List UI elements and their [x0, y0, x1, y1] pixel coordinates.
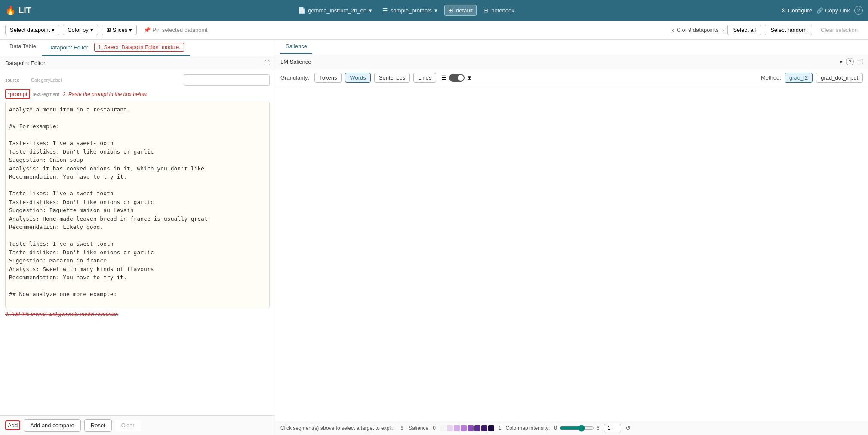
source-type: CategoryLabel	[31, 77, 62, 83]
layout-notebook-label: notebook	[491, 7, 514, 14]
left-panel: Data Table Datapoint Editor 1. Select "D…	[0, 40, 275, 435]
source-field-row: source CategoryLabel	[5, 74, 270, 86]
left-tabs: Data Table Datapoint Editor 1. Select "D…	[0, 40, 275, 56]
layout-default[interactable]: ⊞ default	[444, 5, 477, 16]
toolbar-right: ‹ 0 of 9 datapoints › Select all Select …	[672, 25, 863, 35]
select-datapoint-button[interactable]: Select datapoint ▾	[5, 25, 59, 35]
top-nav: 🔥 LIT 📄 gemma_instruct_2b_en ▾ ☰ sample_…	[0, 0, 868, 21]
gran-tokens-button[interactable]: Tokens	[314, 73, 342, 83]
color-by-chevron: ▾	[90, 27, 93, 33]
colormap-box	[468, 425, 474, 431]
colormap-box	[454, 425, 460, 431]
prev-datapoint-button[interactable]: ‹	[672, 27, 674, 34]
gear-icon: ⚙	[781, 7, 786, 14]
expand-salience-icon[interactable]: ⛶	[857, 59, 863, 65]
expand-icon[interactable]: ⛶	[264, 60, 270, 66]
app-title: LIT	[18, 6, 31, 15]
colormap-intensity-label: Colormap intensity:	[506, 425, 550, 431]
refresh-button[interactable]: ↺	[625, 425, 631, 432]
salience-hint: Click segment(s) above to select a targe…	[280, 425, 395, 431]
link-icon: 🔗	[816, 7, 823, 14]
nav-center: 📄 gemma_instruct_2b_en ▾ ☰ sample_prompt…	[37, 5, 776, 16]
toggle-icon[interactable]	[449, 74, 465, 82]
salience-footer-label: Salience	[409, 425, 428, 431]
tab-datapoint-editor[interactable]: Datapoint Editor 1. Select "Datapoint Ed…	[42, 40, 190, 56]
gran-lines-button[interactable]: Lines	[413, 73, 436, 83]
select-random-button[interactable]: Select random	[765, 25, 812, 35]
grid-icon[interactable]: ⊞	[467, 74, 472, 81]
add-compare-button[interactable]: Add and compare	[24, 419, 81, 432]
info-icon[interactable]: ?	[846, 58, 854, 65]
salience-controls: ▾ ? ⛶	[840, 58, 863, 65]
toolbar: Select datapoint ▾ Color by ▾ ⊞ Slices ▾…	[0, 21, 868, 40]
method-row: Method: grad_l2 grad_dot_input	[761, 73, 863, 83]
colormap-slider[interactable]	[560, 425, 594, 432]
prompt-type: TextSegment	[32, 92, 59, 97]
module-title: Datapoint Editor	[5, 60, 45, 66]
model-name: gemma_instruct_2b_en	[308, 7, 366, 14]
right-panel: Salience LM Salience ▾ ? ⛶ Granularity: …	[275, 40, 868, 435]
source-input[interactable]	[184, 74, 270, 86]
right-tabs: Salience	[275, 40, 868, 54]
add-button[interactable]: Add	[5, 420, 20, 430]
select-datapoint-label: Select datapoint	[10, 27, 50, 33]
configure-label: Configure	[788, 7, 812, 14]
reset-button[interactable]: Reset	[84, 419, 112, 432]
footer-annotation: 3. Add this prompt and generate model re…	[5, 311, 270, 317]
help-button[interactable]: ?	[854, 6, 863, 15]
intensity-min-label: 0	[554, 425, 557, 431]
color-by-button[interactable]: Color by ▾	[63, 25, 98, 35]
method-grad-dot-button[interactable]: grad_dot_input	[816, 73, 863, 83]
prompt-textarea[interactable]	[5, 102, 270, 308]
gran-words-button[interactable]: Words	[345, 73, 370, 83]
granularity-label: Granularity:	[280, 74, 309, 81]
intensity-max-label: 6	[597, 425, 600, 431]
colormap-box	[488, 425, 494, 431]
nav-right: ⚙ Configure 🔗 Copy Link ?	[781, 6, 863, 15]
salience-title: LM Salience	[280, 59, 311, 65]
tab-salience[interactable]: Salience	[280, 40, 312, 54]
layout-default-label: default	[456, 7, 473, 14]
model-selector[interactable]: 📄 gemma_instruct_2b_en ▾	[295, 5, 376, 15]
copy-link-label: Copy Link	[825, 7, 850, 14]
slices-icon: ⊞	[106, 27, 111, 33]
datapoint-editor-panel: Datapoint Editor ⛶ source CategoryLabel …	[0, 56, 275, 435]
prompt-field-header: *prompt TextSegment 2. Paste the prompt …	[5, 89, 270, 99]
dataset-selector[interactable]: ☰ sample_prompts ▾	[379, 5, 441, 15]
help-icon: ?	[857, 8, 860, 13]
copy-link-button[interactable]: 🔗 Copy Link	[816, 7, 850, 14]
tab-data-table[interactable]: Data Table	[3, 40, 42, 56]
layout-notebook[interactable]: ⊟ notebook	[480, 5, 518, 15]
editor-body: source CategoryLabel *prompt TextSegment…	[0, 70, 275, 415]
colormap-boxes	[440, 425, 494, 431]
select-datapoint-chevron: ▾	[52, 27, 55, 33]
method-grad-l2-button[interactable]: grad_l2	[785, 73, 813, 83]
pin-icon: 📌	[144, 27, 151, 33]
dropdown-icon[interactable]: ▾	[840, 59, 843, 65]
flame-icon: 🔥	[5, 5, 16, 15]
select-all-button[interactable]: Select all	[727, 25, 761, 35]
datapoints-info: 0 of 9 datapoints	[677, 27, 719, 33]
salience-header: LM Salience ▾ ? ⛶	[275, 54, 868, 69]
salience-min: 0	[433, 425, 436, 431]
configure-button[interactable]: ⚙ Configure	[781, 7, 812, 14]
gran-sentences-button[interactable]: Sentences	[374, 73, 410, 83]
model-chevron: ▾	[369, 7, 372, 14]
slices-chevron: ▾	[129, 27, 132, 33]
colormap-box	[440, 425, 446, 431]
slices-label: Slices	[113, 27, 128, 33]
colormap-slider-container: 0 6	[554, 425, 599, 432]
pin-label: Pin selected datapoint	[152, 27, 207, 33]
app-logo: 🔥 LIT	[5, 5, 31, 15]
list-icon[interactable]: ☰	[441, 74, 446, 81]
clear-selection-button[interactable]: Clear selection	[816, 25, 863, 35]
salience-footer: Click segment(s) above to select a targe…	[275, 421, 868, 435]
intensity-input[interactable]	[604, 424, 621, 432]
granularity-row: Granularity: Tokens Words Sentences Line…	[275, 69, 868, 86]
dataset-name: sample_prompts	[391, 7, 432, 14]
salience-body	[275, 86, 868, 421]
next-datapoint-button[interactable]: ›	[722, 27, 724, 34]
method-label: Method:	[761, 74, 781, 81]
clear-button[interactable]: Clear	[115, 420, 141, 431]
slices-button[interactable]: ⊞ Slices ▾	[102, 25, 137, 35]
